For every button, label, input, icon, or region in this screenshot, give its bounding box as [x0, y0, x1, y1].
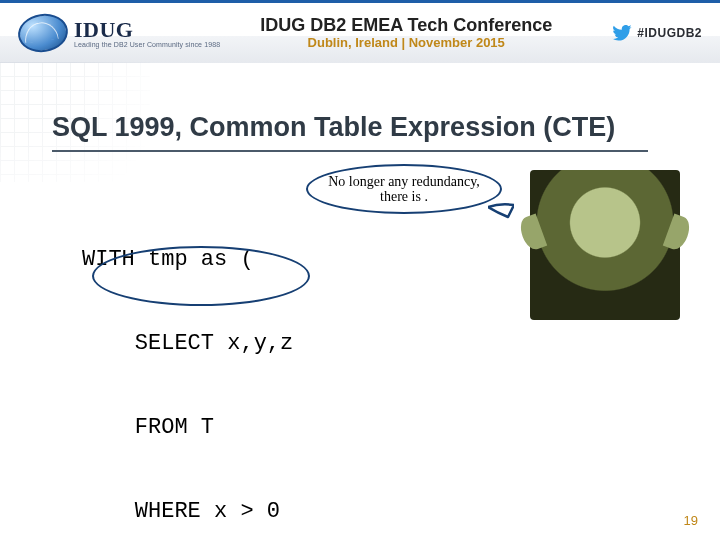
logo-text: IDUG Leading the DB2 User Community sinc… — [74, 19, 220, 48]
twitter-hashtag-block: #IDUGDB2 — [612, 25, 702, 41]
title-underline — [52, 150, 648, 152]
annotation-ellipse — [92, 246, 310, 306]
hashtag-text: #IDUGDB2 — [637, 26, 702, 40]
org-logo-block: IDUG Leading the DB2 User Community sinc… — [18, 14, 220, 52]
slide-title: SQL 1999, Common Table Expression (CTE) — [52, 112, 615, 143]
idug-globe-icon — [16, 11, 71, 56]
twitter-bird-icon — [612, 25, 632, 41]
code-line: FROM T — [82, 414, 491, 442]
conference-name: IDUG DB2 EMEA Tech Conference — [200, 15, 612, 36]
code-line: WHERE x > 0 — [82, 498, 491, 526]
page-number: 19 — [684, 513, 698, 528]
slide-header: IDUG Leading the DB2 User Community sinc… — [0, 0, 720, 63]
conference-location-date: Dublin, Ireland | November 2015 — [200, 36, 612, 51]
header-inner: IDUG Leading the DB2 User Community sinc… — [0, 3, 720, 63]
code-line: SELECT x,y,z — [82, 330, 491, 358]
sql-code-block: WITH tmp as ( SELECT x,y,z FROM T WHERE … — [82, 190, 491, 540]
org-subtitle: Leading the DB2 User Community since 198… — [74, 41, 220, 48]
conference-title-block: IDUG DB2 EMEA Tech Conference Dublin, Ir… — [200, 15, 612, 51]
yoda-image — [530, 170, 680, 320]
speech-bubble-tail — [488, 203, 514, 221]
org-name: IDUG — [74, 19, 220, 41]
